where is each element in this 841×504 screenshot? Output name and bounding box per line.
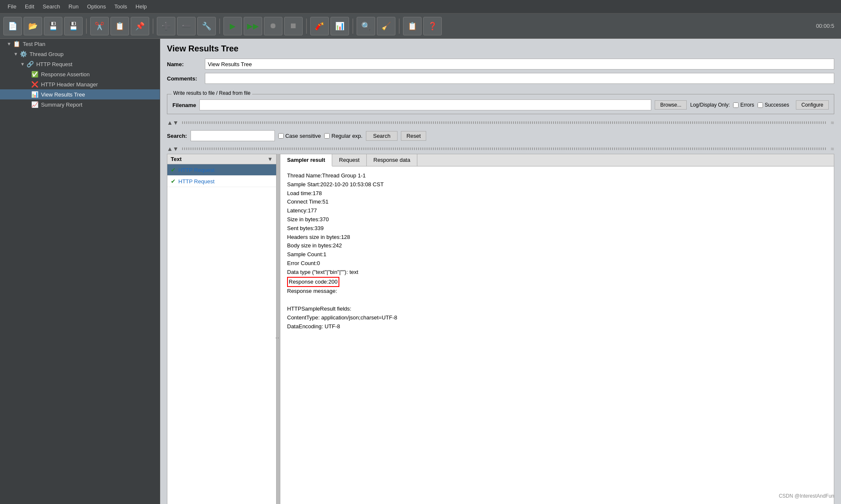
- status-icon-1: ✔: [171, 178, 176, 185]
- result-line-11: Data type ("text"|"bin"|""): text: [287, 268, 827, 277]
- sidebar-label-http-request: HTTP Request: [36, 61, 73, 67]
- browse-button[interactable]: Browse...: [655, 100, 687, 110]
- sidebar-label-summary-report: Summary Report: [41, 102, 82, 108]
- remove-button[interactable]: ➖: [177, 17, 196, 35]
- successes-checkbox-label[interactable]: Successes: [758, 102, 789, 108]
- result-line-10: Error Count:0: [287, 259, 827, 268]
- up-arrow-btn-1[interactable]: ▲: [167, 119, 173, 126]
- copy-button[interactable]: 📋: [110, 17, 129, 35]
- toggle-button[interactable]: 🔧: [197, 17, 216, 35]
- response-assertion-icon: ✅: [31, 71, 38, 78]
- list-header-text: Text: [171, 156, 267, 162]
- list-item-0[interactable]: ✔ HTTP Request: [167, 164, 276, 176]
- sidebar-item-test-plan[interactable]: ▼ 📋 Test Plan: [0, 39, 160, 49]
- case-sensitive-text: Case sensitive: [285, 133, 321, 139]
- cut-button[interactable]: ✂️: [90, 17, 109, 35]
- search-row: Search: Case sensitive Regular exp. Sear…: [160, 128, 841, 144]
- result-line-3: Connect Time:51: [287, 198, 827, 206]
- function-helper-button[interactable]: 📋: [403, 17, 422, 35]
- tab-response-data[interactable]: Response data: [367, 154, 417, 166]
- view-results-icon: 📊: [31, 91, 38, 98]
- name-row: Name:: [167, 59, 834, 70]
- start-button[interactable]: ▶: [223, 17, 242, 35]
- find-button[interactable]: 🔍: [357, 17, 375, 35]
- name-input[interactable]: [205, 59, 834, 70]
- log-display-label: Log/Display Only:: [690, 102, 730, 108]
- search-button[interactable]: Search: [366, 131, 398, 141]
- comments-input[interactable]: [205, 73, 834, 84]
- open-button[interactable]: 📂: [24, 17, 42, 35]
- resize-dots-1: ≋: [830, 120, 834, 126]
- help-button[interactable]: ❓: [423, 17, 442, 35]
- sidebar-item-http-request[interactable]: ▼ 🔗 HTTP Request: [0, 59, 160, 69]
- list-item-1[interactable]: ✔ HTTP Request: [167, 176, 276, 187]
- start-no-pause-button[interactable]: ▶▶: [244, 17, 262, 35]
- file-row: Filename Browse... Log/Display Only: Err…: [172, 99, 829, 110]
- result-line-5: Size in bytes:370: [287, 215, 827, 224]
- arrow-http-request: ▼: [20, 62, 25, 67]
- down-arrow-btn-1[interactable]: ▼: [173, 119, 179, 126]
- search-input[interactable]: [191, 130, 275, 141]
- sidebar-item-http-header-manager[interactable]: ❌ HTTP Header Manager: [0, 79, 160, 89]
- sidebar: ▼ 📋 Test Plan ▼ ⚙️ Thread Group ▼ 🔗 HTTP…: [0, 39, 160, 504]
- menu-file[interactable]: File: [3, 2, 21, 11]
- successes-checkbox[interactable]: [758, 102, 763, 108]
- tab-request[interactable]: Request: [332, 154, 366, 166]
- menu-help[interactable]: Help: [132, 2, 151, 11]
- menu-edit[interactable]: Edit: [21, 2, 38, 11]
- paste-button[interactable]: 📌: [131, 17, 149, 35]
- filename-label: Filename: [172, 102, 196, 108]
- result-line-2: Load time:178: [287, 189, 827, 198]
- successes-label: Successes: [765, 102, 789, 108]
- clear-button[interactable]: 🧹: [377, 17, 395, 35]
- comments-label: Comments:: [167, 75, 205, 82]
- sidebar-item-thread-group[interactable]: ▼ ⚙️ Thread Group: [0, 49, 160, 59]
- filename-input[interactable]: [199, 99, 651, 110]
- sidebar-item-view-results-tree[interactable]: 📊 View Results Tree: [0, 89, 160, 99]
- result-line-17: DataEncoding: UTF-8: [287, 322, 827, 331]
- toolbar: 📄 📂 💾 💾 ✂️ 📋 📌 ➕ ➖ 🔧 ▶ ▶▶ ⏺ ⏹ 🧨 📊 🔍 🧹 📋 …: [0, 13, 841, 39]
- save-button[interactable]: 💾: [64, 17, 83, 35]
- remote-start-button[interactable]: 🧨: [310, 17, 329, 35]
- menu-search[interactable]: Search: [38, 2, 64, 11]
- stop-button[interactable]: ⏺: [264, 17, 282, 35]
- case-sensitive-label[interactable]: Case sensitive: [278, 133, 321, 139]
- shutdown-button[interactable]: ⏹: [284, 17, 303, 35]
- tab-sampler-result[interactable]: Sampler result: [280, 154, 332, 166]
- vertical-resize-handle[interactable]: ⋮: [277, 154, 280, 504]
- save-as-button[interactable]: 💾: [44, 17, 62, 35]
- reset-button[interactable]: Reset: [401, 131, 426, 141]
- file-section-title: Write results to file / Read from file: [172, 90, 252, 96]
- regular-exp-checkbox[interactable]: [324, 133, 330, 139]
- sidebar-item-response-assertion[interactable]: ✅ Response Assertion: [0, 69, 160, 79]
- log-display-section: Log/Display Only: Errors Successes Confi…: [690, 100, 829, 110]
- menu-run[interactable]: Run: [64, 2, 83, 11]
- result-line-7: Headers size in bytes:128: [287, 233, 827, 242]
- sidebar-item-summary-report[interactable]: 📈 Summary Report: [0, 99, 160, 110]
- list-header-dropdown[interactable]: ▼: [267, 156, 273, 162]
- errors-checkbox[interactable]: [733, 102, 739, 108]
- toolbar-separator-2: [153, 19, 153, 34]
- regular-exp-label[interactable]: Regular exp.: [324, 133, 363, 139]
- panel-header: View Results Tree Name: Comments:: [160, 39, 841, 91]
- case-sensitive-checkbox[interactable]: [278, 133, 284, 139]
- divider-row-2: ▲ ▼ ≋: [160, 144, 841, 154]
- result-line-15: HTTPSampleResult fields:: [287, 305, 827, 314]
- up-arrow-btn-2[interactable]: ▲: [167, 145, 173, 152]
- menu-tools[interactable]: Tools: [110, 2, 131, 11]
- add-button[interactable]: ➕: [157, 17, 175, 35]
- toolbar-separator-4: [306, 19, 307, 34]
- arrow-response-assertion: [27, 72, 30, 77]
- errors-label: Errors: [740, 102, 754, 108]
- summary-report-icon: 📈: [31, 101, 38, 108]
- panel-title: View Results Tree: [167, 44, 834, 54]
- resize-dots-2: ≋: [830, 146, 834, 152]
- configure-button[interactable]: Configure: [796, 100, 829, 110]
- results-list: Text ▼ ✔ HTTP Request ✔ HTTP Request: [167, 154, 277, 504]
- new-button[interactable]: 📄: [3, 17, 22, 35]
- down-arrow-btn-2[interactable]: ▼: [173, 145, 179, 152]
- menu-options[interactable]: Options: [83, 2, 110, 11]
- remote-stop-button[interactable]: 📊: [330, 17, 349, 35]
- errors-checkbox-label[interactable]: Errors: [733, 102, 754, 108]
- list-header: Text ▼: [167, 154, 276, 164]
